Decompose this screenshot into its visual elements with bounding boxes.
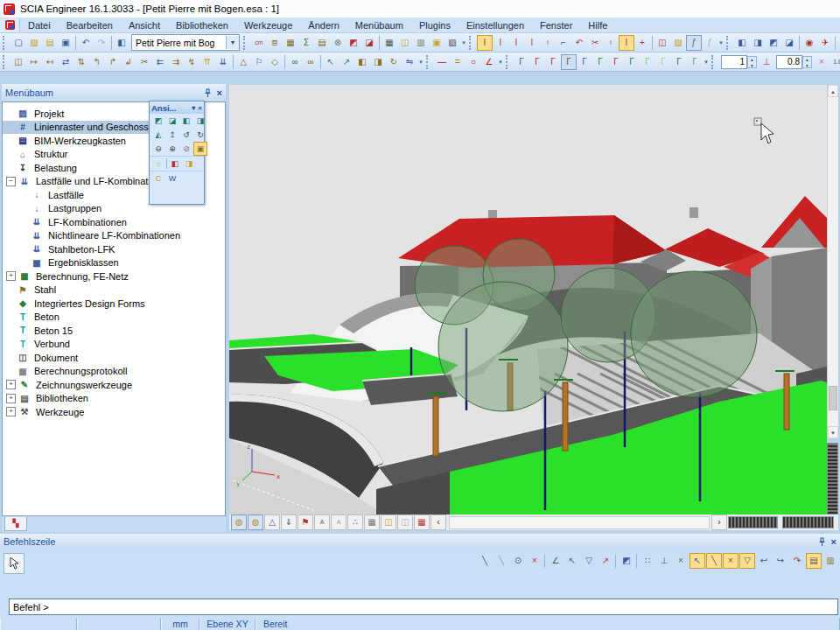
cursor-select-mode-icon[interactable]: ◩	[619, 553, 634, 569]
window-copy-3-icon[interactable]: ◩	[766, 35, 781, 51]
snap-cross-icon[interactable]: ×	[723, 553, 738, 569]
pin-icon[interactable]	[818, 537, 826, 547]
move-labels-icon[interactable]: A	[314, 514, 330, 530]
center-point-icon[interactable]: +	[634, 35, 650, 51]
tree-item-dokument[interactable]: ◫Dokument	[3, 351, 225, 365]
filter-fy-on-icon[interactable]: ƒ	[686, 35, 702, 51]
beam-op-8-icon[interactable]: ↲	[121, 54, 136, 70]
redo-icon[interactable]: ↷	[94, 35, 109, 51]
wired-model-icon[interactable]: W	[165, 172, 179, 186]
view-axo-4-icon[interactable]: ◨	[193, 114, 207, 128]
scroll-thumb[interactable]	[829, 386, 837, 410]
show-supports-icon[interactable]: △	[264, 514, 280, 530]
toolbar-grip[interactable]	[469, 36, 474, 50]
expand-icon[interactable]: +	[6, 407, 16, 416]
view-image-settings-icon[interactable]: ◧	[168, 157, 182, 171]
calculator-icon[interactable]: ▥	[413, 35, 429, 51]
viewport-vertical-scrollbar[interactable]: ▲ ▼	[827, 85, 838, 438]
hinge-4-icon[interactable]: Γ	[561, 54, 577, 70]
zoom-in-icon[interactable]: ⊕	[165, 142, 179, 156]
hinge-3-icon[interactable]: Γ	[545, 54, 561, 70]
hinge-8-icon[interactable]: Γ	[624, 54, 640, 70]
haunch-icon[interactable]: ↖	[323, 54, 339, 70]
print-icon[interactable]: ▦	[382, 35, 397, 51]
snap-ortho-icon[interactable]: ×	[673, 553, 689, 569]
show-labels-icon[interactable]: ⚑	[298, 514, 313, 530]
tree-item-beton[interactable]: TBeton	[3, 311, 225, 325]
draw-circle-icon[interactable]: ○	[466, 54, 481, 70]
dot-grid-icon[interactable]: ∷	[640, 553, 655, 569]
snap-midpoint-icon[interactable]: ↖	[690, 553, 705, 569]
menu-ändern[interactable]: Ändern	[300, 20, 346, 31]
close-icon[interactable]: ×	[831, 536, 836, 547]
tree-item-linienraster-und-geschosse[interactable]: #Linienraster und Geschosse	[3, 121, 157, 135]
select-cursor-button[interactable]	[4, 553, 24, 574]
hinge-2-icon[interactable]: Γ	[529, 54, 545, 70]
grid-line-step-spinner-arrows[interactable]: ▴▾	[747, 56, 757, 68]
clip-c-icon[interactable]: C	[151, 172, 165, 186]
toolbar-grip[interactable]	[3, 55, 8, 69]
window-copy-1-icon[interactable]: ◧	[734, 35, 750, 51]
beam-op-1-icon[interactable]: ◫	[10, 54, 26, 70]
tree-item-beton-15[interactable]: TBeton 15	[3, 324, 225, 338]
tree-tab-button[interactable]: ▚	[4, 517, 27, 531]
tree-item-berechnungsprotokoll[interactable]: ▦Berechnungsprotokoll	[3, 365, 225, 379]
grid-line-step-value[interactable]: 1	[721, 55, 747, 69]
beam-op-12-icon[interactable]: ↯	[184, 54, 200, 70]
rotate-op-icon[interactable]: ↻	[386, 54, 402, 70]
fly-mode-icon[interactable]: ✈	[817, 35, 833, 51]
filter-fy-off-icon[interactable]: ƒ	[702, 35, 718, 51]
select-connect-icon[interactable]: I	[508, 35, 524, 51]
menu-plugins[interactable]: Plugins	[411, 20, 458, 31]
zoom-wheel-horizontal[interactable]	[782, 516, 834, 528]
draw-angle-icon[interactable]: ∠	[481, 54, 497, 70]
viewport-3d[interactable]: z x y	[229, 85, 827, 514]
save-view-image-icon[interactable]: ◨	[182, 157, 196, 171]
number-scale-icon[interactable]: 1.8	[830, 54, 840, 70]
snap-line-mid-icon[interactable]: ╲	[494, 553, 509, 569]
toolbar-grip[interactable]	[711, 55, 717, 69]
snap-angle-icon[interactable]: ∠	[548, 553, 564, 569]
toolbar-grip[interactable]	[426, 55, 431, 69]
toolbar-overflow-icon[interactable]: ▾	[417, 59, 424, 66]
snap-intersect-icon[interactable]: ╲	[706, 553, 722, 569]
toolbar-overflow-icon[interactable]: ▾	[718, 39, 724, 46]
rotate-view-2-icon[interactable]: ↻	[193, 128, 207, 142]
command-input[interactable]: Befehl >	[9, 598, 838, 615]
clipping-box-icon[interactable]: ▣	[193, 142, 207, 156]
scroll-up-icon[interactable]: ▲	[828, 85, 838, 97]
hinge-6-icon[interactable]: Γ	[592, 54, 608, 70]
toolbar-grip[interactable]	[506, 55, 511, 69]
toolbar-grip[interactable]	[243, 36, 248, 50]
project-selector[interactable]: Petit Pierre mit Bog▾	[131, 34, 240, 51]
beam-op-7-icon[interactable]: ↱	[105, 54, 121, 70]
beam-op-5-icon[interactable]: ⇅	[74, 54, 89, 70]
palette-header[interactable]: Ansi... ▾ ×	[150, 102, 204, 114]
menu-einstellungen[interactable]: Einstellungen	[458, 20, 532, 31]
save-all-icon[interactable]: ▤	[42, 35, 58, 51]
plane-cut-icon[interactable]: ◇	[267, 54, 283, 70]
picture-gallery-icon[interactable]: ▦	[283, 35, 298, 51]
select-corner-icon[interactable]: ⌐	[556, 35, 571, 51]
grid-line-step[interactable]: 1▴▾	[721, 55, 757, 69]
activity-icon[interactable]: Σ	[298, 35, 314, 51]
menu-fenster[interactable]: Fenster	[532, 20, 580, 31]
expand-icon[interactable]: +	[6, 271, 16, 281]
beam-op-4-icon[interactable]: ⇄	[58, 54, 74, 70]
palette-menu-icon[interactable]: ▾	[192, 104, 195, 112]
palette-close-icon[interactable]: ×	[198, 104, 202, 112]
copy-props-2-icon[interactable]: ◨	[370, 54, 386, 70]
tree-item-berechnung-fe-netz[interactable]: +▦Berechnung, FE-Netz	[3, 270, 225, 284]
beam-op-9-icon[interactable]: ✂	[136, 54, 152, 70]
view-params-1-icon[interactable]: ◫	[381, 514, 396, 530]
snap-surface-icon[interactable]: ▽	[739, 553, 755, 569]
erase-labels-icon[interactable]: A	[331, 514, 346, 530]
beam-op-13-icon[interactable]: ⇈	[200, 54, 215, 70]
tree-item-verbund[interactable]: TVerbund	[3, 338, 225, 352]
new-project-icon[interactable]: ▢	[10, 35, 26, 51]
horizontal-scroll-track[interactable]	[449, 516, 710, 529]
window-copy-2-icon[interactable]: ◨	[750, 35, 766, 51]
beam-op-6-icon[interactable]: ↰	[89, 54, 105, 70]
draw-equal-icon[interactable]: =	[450, 54, 466, 70]
cursor-snap-step-value[interactable]: 0.8	[776, 55, 802, 69]
